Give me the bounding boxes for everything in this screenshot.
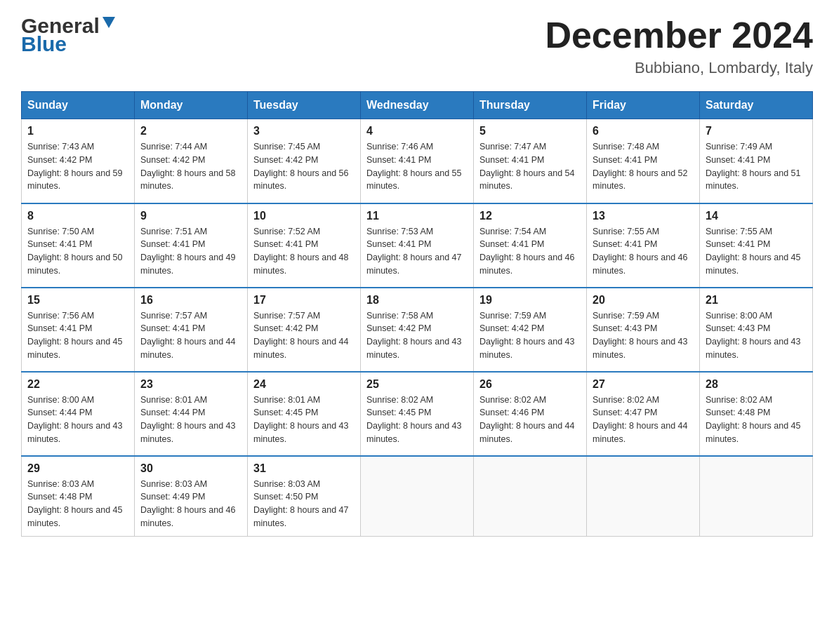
day-number: 2	[140, 125, 241, 137]
day-info: Sunrise: 8:00 AM Sunset: 4:44 PM Dayligh…	[27, 394, 128, 446]
day-info: Sunrise: 8:02 AM Sunset: 4:46 PM Dayligh…	[479, 394, 581, 446]
day-number: 17	[253, 294, 355, 307]
table-row	[474, 456, 587, 537]
day-number: 11	[366, 210, 468, 222]
table-row: 10 Sunrise: 7:52 AM Sunset: 4:41 PM Dayl…	[248, 203, 361, 288]
day-info: Sunrise: 7:57 AM Sunset: 4:42 PM Dayligh…	[253, 309, 355, 362]
day-number: 28	[706, 378, 807, 391]
day-number: 9	[140, 210, 241, 222]
day-number: 18	[366, 294, 468, 307]
table-row: 23 Sunrise: 8:01 AM Sunset: 4:44 PM Dayl…	[135, 372, 248, 456]
table-row: 31 Sunrise: 8:03 AM Sunset: 4:50 PM Dayl…	[248, 456, 361, 537]
col-saturday: Saturday	[700, 92, 813, 119]
table-row: 3 Sunrise: 7:45 AM Sunset: 4:42 PM Dayli…	[248, 119, 361, 203]
table-row: 28 Sunrise: 8:02 AM Sunset: 4:48 PM Dayl…	[700, 372, 813, 456]
col-monday: Monday	[135, 92, 248, 119]
table-row: 12 Sunrise: 7:54 AM Sunset: 4:41 PM Dayl…	[474, 203, 587, 288]
table-row: 1 Sunrise: 7:43 AM Sunset: 4:42 PM Dayli…	[22, 119, 135, 203]
day-info: Sunrise: 7:43 AM Sunset: 4:42 PM Dayligh…	[27, 140, 128, 193]
day-info: Sunrise: 7:46 AM Sunset: 4:41 PM Dayligh…	[366, 140, 468, 193]
day-number: 23	[140, 378, 241, 391]
table-row: 29 Sunrise: 8:03 AM Sunset: 4:48 PM Dayl…	[22, 456, 135, 537]
month-title: December 2024	[545, 14, 813, 56]
day-number: 3	[253, 125, 355, 137]
day-number: 19	[479, 294, 581, 307]
col-sunday: Sunday	[22, 92, 135, 119]
day-info: Sunrise: 8:02 AM Sunset: 4:45 PM Dayligh…	[366, 394, 468, 446]
day-info: Sunrise: 7:49 AM Sunset: 4:41 PM Dayligh…	[706, 140, 807, 193]
day-number: 26	[479, 378, 581, 391]
day-number: 7	[706, 125, 807, 137]
table-row: 9 Sunrise: 7:51 AM Sunset: 4:41 PM Dayli…	[135, 203, 248, 288]
day-info: Sunrise: 8:03 AM Sunset: 4:48 PM Dayligh…	[27, 478, 128, 530]
day-number: 25	[366, 378, 468, 391]
table-row: 19 Sunrise: 7:59 AM Sunset: 4:42 PM Dayl…	[474, 288, 587, 372]
day-info: Sunrise: 7:58 AM Sunset: 4:42 PM Dayligh…	[366, 309, 468, 362]
day-info: Sunrise: 7:55 AM Sunset: 4:41 PM Dayligh…	[706, 225, 807, 278]
day-number: 6	[593, 125, 694, 137]
logo-arrow-icon	[101, 14, 117, 32]
table-row	[361, 456, 474, 537]
table-row: 16 Sunrise: 7:57 AM Sunset: 4:41 PM Dayl…	[135, 288, 248, 372]
col-friday: Friday	[587, 92, 700, 119]
day-info: Sunrise: 7:57 AM Sunset: 4:41 PM Dayligh…	[140, 309, 241, 362]
day-info: Sunrise: 8:00 AM Sunset: 4:43 PM Dayligh…	[706, 309, 807, 362]
day-info: Sunrise: 8:01 AM Sunset: 4:45 PM Dayligh…	[253, 394, 355, 446]
day-number: 4	[366, 125, 468, 137]
day-info: Sunrise: 8:01 AM Sunset: 4:44 PM Dayligh…	[140, 394, 241, 446]
day-number: 31	[253, 462, 355, 475]
table-row: 17 Sunrise: 7:57 AM Sunset: 4:42 PM Dayl…	[248, 288, 361, 372]
svg-marker-0	[102, 17, 115, 28]
col-wednesday: Wednesday	[361, 92, 474, 119]
day-number: 16	[140, 294, 241, 307]
table-row: 8 Sunrise: 7:50 AM Sunset: 4:41 PM Dayli…	[22, 203, 135, 288]
table-row	[587, 456, 700, 537]
col-thursday: Thursday	[474, 92, 587, 119]
table-row: 26 Sunrise: 8:02 AM Sunset: 4:46 PM Dayl…	[474, 372, 587, 456]
table-row: 14 Sunrise: 7:55 AM Sunset: 4:41 PM Dayl…	[700, 203, 813, 288]
table-row	[700, 456, 813, 537]
day-number: 1	[27, 125, 128, 137]
day-number: 5	[479, 125, 581, 137]
day-info: Sunrise: 7:44 AM Sunset: 4:42 PM Dayligh…	[140, 140, 241, 193]
table-row: 30 Sunrise: 8:03 AM Sunset: 4:49 PM Dayl…	[135, 456, 248, 537]
table-row: 11 Sunrise: 7:53 AM Sunset: 4:41 PM Dayl…	[361, 203, 474, 288]
day-number: 15	[27, 294, 128, 307]
day-info: Sunrise: 7:55 AM Sunset: 4:41 PM Dayligh…	[593, 225, 694, 278]
header-row: Sunday Monday Tuesday Wednesday Thursday…	[22, 92, 813, 119]
header: General Blue December 2024 Bubbiano, Lom…	[21, 14, 813, 77]
day-info: Sunrise: 7:59 AM Sunset: 4:42 PM Dayligh…	[479, 309, 581, 362]
day-number: 24	[253, 378, 355, 391]
table-row: 24 Sunrise: 8:01 AM Sunset: 4:45 PM Dayl…	[248, 372, 361, 456]
table-row: 4 Sunrise: 7:46 AM Sunset: 4:41 PM Dayli…	[361, 119, 474, 203]
day-info: Sunrise: 8:02 AM Sunset: 4:48 PM Dayligh…	[706, 394, 807, 446]
day-info: Sunrise: 7:45 AM Sunset: 4:42 PM Dayligh…	[253, 140, 355, 193]
day-info: Sunrise: 7:48 AM Sunset: 4:41 PM Dayligh…	[593, 140, 694, 193]
calendar-table: Sunday Monday Tuesday Wednesday Thursday…	[21, 91, 813, 537]
location-title: Bubbiano, Lombardy, Italy	[545, 59, 813, 77]
table-row: 27 Sunrise: 8:02 AM Sunset: 4:47 PM Dayl…	[587, 372, 700, 456]
day-info: Sunrise: 8:02 AM Sunset: 4:47 PM Dayligh…	[593, 394, 694, 446]
table-row: 6 Sunrise: 7:48 AM Sunset: 4:41 PM Dayli…	[587, 119, 700, 203]
day-info: Sunrise: 7:54 AM Sunset: 4:41 PM Dayligh…	[479, 225, 581, 278]
day-number: 8	[27, 210, 128, 222]
day-number: 20	[593, 294, 694, 307]
table-row: 2 Sunrise: 7:44 AM Sunset: 4:42 PM Dayli…	[135, 119, 248, 203]
table-row: 22 Sunrise: 8:00 AM Sunset: 4:44 PM Dayl…	[22, 372, 135, 456]
day-info: Sunrise: 7:50 AM Sunset: 4:41 PM Dayligh…	[27, 225, 128, 278]
day-info: Sunrise: 7:47 AM Sunset: 4:41 PM Dayligh…	[479, 140, 581, 193]
day-info: Sunrise: 8:03 AM Sunset: 4:49 PM Dayligh…	[140, 478, 241, 530]
day-number: 22	[27, 378, 128, 391]
logo: General Blue	[21, 14, 117, 56]
day-info: Sunrise: 7:51 AM Sunset: 4:41 PM Dayligh…	[140, 225, 241, 278]
day-number: 13	[593, 210, 694, 222]
day-info: Sunrise: 7:52 AM Sunset: 4:41 PM Dayligh…	[253, 225, 355, 278]
day-number: 29	[27, 462, 128, 475]
logo-blue-text: Blue	[21, 32, 67, 56]
day-number: 10	[253, 210, 355, 222]
table-row: 25 Sunrise: 8:02 AM Sunset: 4:45 PM Dayl…	[361, 372, 474, 456]
table-row: 13 Sunrise: 7:55 AM Sunset: 4:41 PM Dayl…	[587, 203, 700, 288]
table-row: 21 Sunrise: 8:00 AM Sunset: 4:43 PM Dayl…	[700, 288, 813, 372]
title-area: December 2024 Bubbiano, Lombardy, Italy	[545, 14, 813, 77]
day-number: 12	[479, 210, 581, 222]
